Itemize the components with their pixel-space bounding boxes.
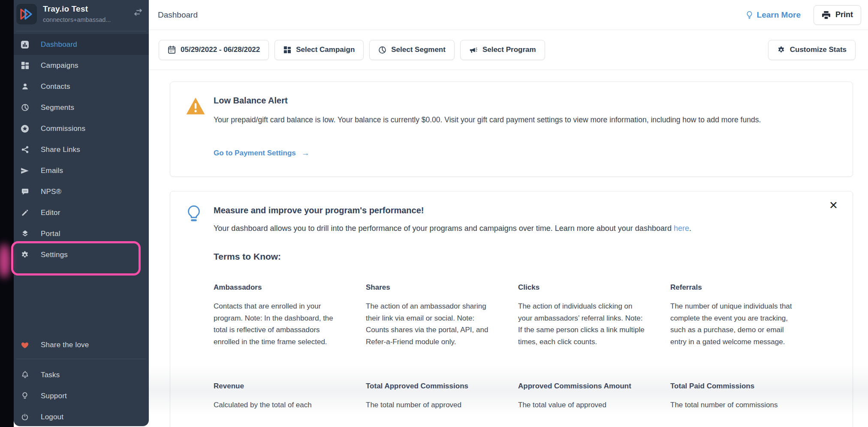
tiles-icon bbox=[20, 61, 30, 70]
layers-icon bbox=[20, 230, 30, 238]
heart-icon bbox=[20, 341, 30, 349]
sidebar-item-label: Share the love bbox=[41, 341, 89, 349]
page-title: Dashboard bbox=[158, 10, 198, 20]
printer-icon bbox=[822, 11, 831, 19]
sidebar-item-label: Campaigns bbox=[41, 61, 78, 70]
sidebar-item-contacts[interactable]: Contacts bbox=[14, 76, 149, 97]
sidebar-item-label: Commissions bbox=[41, 124, 85, 133]
sidebar-item-commissions[interactable]: Commissions bbox=[14, 118, 149, 139]
page-header: Dashboard Learn More Print bbox=[149, 0, 868, 30]
customize-stats-label: Customize Stats bbox=[790, 45, 847, 54]
low-balance-alert-card: Low Balance Alert Your prepaid/gift card… bbox=[170, 82, 853, 177]
sidebar-item-label: Support bbox=[41, 392, 67, 400]
term-body: The number of unique individuals that co… bbox=[670, 300, 799, 348]
performance-body-period: . bbox=[689, 224, 691, 233]
here-link[interactable]: here bbox=[674, 224, 689, 233]
send-icon bbox=[20, 167, 30, 175]
sidebar-item-label: Emails bbox=[41, 167, 63, 175]
sidebar-item-emails[interactable]: Emails bbox=[14, 160, 149, 181]
term-title: Total Approved Commissions bbox=[366, 382, 494, 391]
sidebar-item-label: Segments bbox=[41, 103, 74, 112]
sidebar-item-nps[interactable]: NPS® bbox=[14, 181, 149, 202]
term-body: The action of individuals clicking on yo… bbox=[518, 300, 647, 348]
term-title: Total Paid Commissions bbox=[670, 382, 799, 391]
terms-grid: Ambassadors Contacts that are enrolled i… bbox=[214, 283, 835, 411]
gear-icon bbox=[777, 46, 785, 54]
org-subtitle: connectors+ambassad... bbox=[43, 16, 111, 23]
term-title: Shares bbox=[366, 283, 494, 292]
sidebar-item-share-links[interactable]: Share Links bbox=[14, 139, 149, 160]
go-to-payment-settings-link[interactable]: Go to Payment Settings → bbox=[214, 148, 310, 158]
sidebar-item-support[interactable]: Support bbox=[14, 385, 149, 406]
select-segment-button[interactable]: Select Segment bbox=[369, 40, 455, 60]
sidebar-item-portal[interactable]: Portal bbox=[14, 223, 149, 244]
sidebar-item-label: Logout bbox=[41, 413, 63, 421]
performance-card: ✕ Measure and improve your program's per… bbox=[170, 191, 853, 427]
performance-body: Your dashboard allows you to drill into … bbox=[214, 222, 835, 234]
learn-more-link[interactable]: Learn More bbox=[746, 10, 801, 20]
filter-bar: 05/29/2022 - 06/28/2022 Select Campaign … bbox=[149, 30, 868, 70]
term-title: Clicks bbox=[518, 283, 647, 292]
org-block: Tray.io Test connectors+ambassad... bbox=[43, 4, 111, 23]
payment-settings-label: Go to Payment Settings bbox=[214, 149, 296, 157]
term-body: The total number of approved bbox=[366, 399, 494, 411]
bar-chart-icon bbox=[20, 40, 30, 49]
term-title: Ambassadors bbox=[214, 283, 342, 292]
performance-title: Measure and improve your program's perfo… bbox=[214, 206, 835, 215]
sidebar-item-editor[interactable]: Editor bbox=[14, 202, 149, 223]
sidebar-item-label: NPS® bbox=[41, 188, 61, 196]
print-button[interactable]: Print bbox=[814, 5, 861, 25]
sidebar-item-segments[interactable]: Segments bbox=[14, 97, 149, 118]
term-ambassadors: Ambassadors Contacts that are enrolled i… bbox=[214, 283, 342, 348]
play-triangles-logo-icon bbox=[19, 8, 34, 21]
term-referrals: Referrals The number of unique individua… bbox=[670, 283, 799, 348]
term-body: Calculated by the total of each bbox=[214, 399, 342, 411]
sidebar-footer-divider bbox=[16, 359, 146, 359]
sidebar-item-campaigns[interactable]: Campaigns bbox=[14, 55, 149, 76]
sidebar-item-label: Dashboard bbox=[41, 40, 77, 49]
sidebar-item-label: Tasks bbox=[41, 371, 60, 379]
chat-bubble-icon bbox=[20, 188, 30, 196]
term-body: The total value of approved bbox=[518, 399, 647, 411]
lightbulb-icon bbox=[20, 392, 30, 400]
alert-body: Your prepaid/gift card balance is low. Y… bbox=[214, 114, 835, 126]
sidebar-collapse-button[interactable] bbox=[133, 9, 143, 16]
left-black-rail bbox=[0, 0, 14, 427]
select-campaign-button[interactable]: Select Campaign bbox=[274, 40, 364, 60]
term-title: Approved Commissions Amount bbox=[518, 382, 647, 391]
term-shares: Shares The action of an ambassador shari… bbox=[366, 283, 494, 348]
sidebar-item-tasks[interactable]: Tasks bbox=[14, 364, 149, 385]
sidebar-item-label: Portal bbox=[41, 230, 60, 238]
org-name: Tray.io Test bbox=[43, 4, 111, 14]
alert-title: Low Balance Alert bbox=[214, 96, 288, 106]
select-program-button[interactable]: Select Program bbox=[460, 40, 545, 60]
sidebar-footer: Tasks Support Logout bbox=[14, 364, 149, 427]
sidebar-item-logout[interactable]: Logout bbox=[14, 406, 149, 427]
pie-icon bbox=[20, 103, 30, 112]
term-title: Revenue bbox=[214, 382, 342, 391]
select-segment-label: Select Segment bbox=[391, 45, 446, 54]
swap-arrows-icon bbox=[133, 9, 143, 16]
main-area: Dashboard Learn More Print 05/29/2022 - … bbox=[149, 0, 868, 427]
gear-icon bbox=[20, 251, 30, 259]
pie-icon bbox=[378, 46, 386, 54]
term-revenue: Revenue Calculated by the total of each bbox=[214, 382, 342, 411]
sidebar-item-share-the-love[interactable]: Share the love bbox=[14, 334, 149, 355]
org-logo[interactable] bbox=[16, 4, 37, 24]
share-icon bbox=[20, 145, 30, 154]
sidebar-item-settings[interactable]: Settings bbox=[14, 244, 149, 265]
term-title: Referrals bbox=[670, 283, 799, 292]
sidebar-item-dashboard[interactable]: Dashboard bbox=[14, 34, 149, 55]
lightbulb-icon bbox=[187, 205, 201, 224]
sidebar-item-label: Contacts bbox=[41, 82, 70, 91]
sidebar-item-label: Settings bbox=[41, 251, 68, 259]
tiles-icon bbox=[283, 46, 291, 54]
customize-stats-button[interactable]: Customize Stats bbox=[768, 40, 856, 60]
term-body: Contacts that are enrolled in your progr… bbox=[214, 300, 342, 348]
date-range-button[interactable]: 05/29/2022 - 06/28/2022 bbox=[159, 40, 269, 60]
print-label: Print bbox=[835, 10, 853, 19]
term-body: The action of an ambassador sharing thei… bbox=[366, 300, 494, 348]
close-icon[interactable]: ✕ bbox=[826, 197, 841, 213]
dashboard-content: Low Balance Alert Your prepaid/gift card… bbox=[149, 70, 868, 427]
sidebar-item-label: Share Links bbox=[41, 145, 80, 154]
